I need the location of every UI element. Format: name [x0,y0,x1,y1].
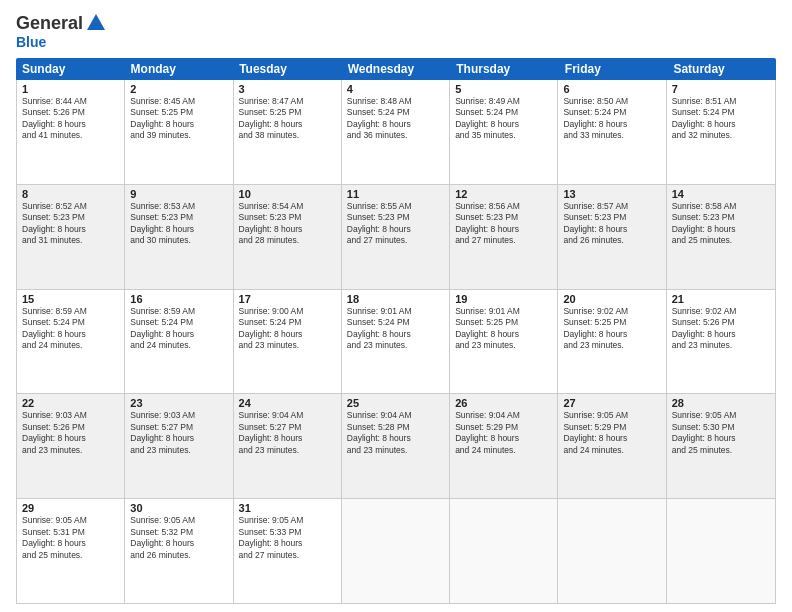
logo-text: General [16,12,107,34]
day-cell-16: 16Sunrise: 8:59 AM Sunset: 5:24 PM Dayli… [125,290,233,394]
day-cell-13: 13Sunrise: 8:57 AM Sunset: 5:23 PM Dayli… [558,185,666,289]
day-info: Sunrise: 8:57 AM Sunset: 5:23 PM Dayligh… [563,201,660,247]
logo: General Blue [16,12,107,50]
day-cell-29: 29Sunrise: 9:05 AM Sunset: 5:31 PM Dayli… [17,499,125,603]
day-cell-10: 10Sunrise: 8:54 AM Sunset: 5:23 PM Dayli… [234,185,342,289]
day-info: Sunrise: 9:04 AM Sunset: 5:28 PM Dayligh… [347,410,444,456]
day-cell-8: 8Sunrise: 8:52 AM Sunset: 5:23 PM Daylig… [17,185,125,289]
empty-cell-4-6 [667,499,775,603]
day-cell-28: 28Sunrise: 9:05 AM Sunset: 5:30 PM Dayli… [667,394,775,498]
calendar-row-4: 29Sunrise: 9:05 AM Sunset: 5:31 PM Dayli… [17,499,775,603]
day-cell-18: 18Sunrise: 9:01 AM Sunset: 5:24 PM Dayli… [342,290,450,394]
day-number: 1 [22,83,119,95]
day-number: 24 [239,397,336,409]
day-cell-19: 19Sunrise: 9:01 AM Sunset: 5:25 PM Dayli… [450,290,558,394]
header-day-tuesday: Tuesday [233,58,342,80]
calendar-row-2: 15Sunrise: 8:59 AM Sunset: 5:24 PM Dayli… [17,290,775,395]
page-header: General Blue [16,12,776,50]
day-cell-2: 2Sunrise: 8:45 AM Sunset: 5:25 PM Daylig… [125,80,233,184]
day-cell-31: 31Sunrise: 9:05 AM Sunset: 5:33 PM Dayli… [234,499,342,603]
day-info: Sunrise: 8:45 AM Sunset: 5:25 PM Dayligh… [130,96,227,142]
day-info: Sunrise: 8:48 AM Sunset: 5:24 PM Dayligh… [347,96,444,142]
day-info: Sunrise: 8:56 AM Sunset: 5:23 PM Dayligh… [455,201,552,247]
day-cell-25: 25Sunrise: 9:04 AM Sunset: 5:28 PM Dayli… [342,394,450,498]
day-info: Sunrise: 8:53 AM Sunset: 5:23 PM Dayligh… [130,201,227,247]
day-info: Sunrise: 8:55 AM Sunset: 5:23 PM Dayligh… [347,201,444,247]
day-number: 15 [22,293,119,305]
day-cell-9: 9Sunrise: 8:53 AM Sunset: 5:23 PM Daylig… [125,185,233,289]
day-cell-4: 4Sunrise: 8:48 AM Sunset: 5:24 PM Daylig… [342,80,450,184]
day-info: Sunrise: 8:58 AM Sunset: 5:23 PM Dayligh… [672,201,770,247]
day-info: Sunrise: 8:44 AM Sunset: 5:26 PM Dayligh… [22,96,119,142]
day-info: Sunrise: 9:02 AM Sunset: 5:26 PM Dayligh… [672,306,770,352]
day-info: Sunrise: 9:00 AM Sunset: 5:24 PM Dayligh… [239,306,336,352]
svg-marker-0 [87,14,105,30]
logo-general: General [16,13,83,34]
day-info: Sunrise: 8:50 AM Sunset: 5:24 PM Dayligh… [563,96,660,142]
day-number: 12 [455,188,552,200]
day-number: 20 [563,293,660,305]
calendar-row-0: 1Sunrise: 8:44 AM Sunset: 5:26 PM Daylig… [17,80,775,185]
day-cell-1: 1Sunrise: 8:44 AM Sunset: 5:26 PM Daylig… [17,80,125,184]
day-number: 28 [672,397,770,409]
calendar-row-3: 22Sunrise: 9:03 AM Sunset: 5:26 PM Dayli… [17,394,775,499]
day-info: Sunrise: 9:04 AM Sunset: 5:29 PM Dayligh… [455,410,552,456]
day-info: Sunrise: 9:05 AM Sunset: 5:30 PM Dayligh… [672,410,770,456]
header-day-monday: Monday [125,58,234,80]
day-cell-6: 6Sunrise: 8:50 AM Sunset: 5:24 PM Daylig… [558,80,666,184]
day-number: 2 [130,83,227,95]
day-cell-7: 7Sunrise: 8:51 AM Sunset: 5:24 PM Daylig… [667,80,775,184]
day-info: Sunrise: 9:02 AM Sunset: 5:25 PM Dayligh… [563,306,660,352]
empty-cell-4-3 [342,499,450,603]
header-day-wednesday: Wednesday [342,58,451,80]
day-number: 6 [563,83,660,95]
day-info: Sunrise: 8:59 AM Sunset: 5:24 PM Dayligh… [22,306,119,352]
day-info: Sunrise: 8:51 AM Sunset: 5:24 PM Dayligh… [672,96,770,142]
day-number: 16 [130,293,227,305]
empty-cell-4-4 [450,499,558,603]
header-day-saturday: Saturday [667,58,776,80]
day-number: 9 [130,188,227,200]
header-day-thursday: Thursday [450,58,559,80]
day-info: Sunrise: 8:54 AM Sunset: 5:23 PM Dayligh… [239,201,336,247]
day-number: 30 [130,502,227,514]
day-info: Sunrise: 8:47 AM Sunset: 5:25 PM Dayligh… [239,96,336,142]
calendar-header: SundayMondayTuesdayWednesdayThursdayFrid… [16,58,776,80]
day-cell-23: 23Sunrise: 9:03 AM Sunset: 5:27 PM Dayli… [125,394,233,498]
day-cell-22: 22Sunrise: 9:03 AM Sunset: 5:26 PM Dayli… [17,394,125,498]
day-cell-24: 24Sunrise: 9:04 AM Sunset: 5:27 PM Dayli… [234,394,342,498]
day-cell-11: 11Sunrise: 8:55 AM Sunset: 5:23 PM Dayli… [342,185,450,289]
day-number: 26 [455,397,552,409]
day-number: 29 [22,502,119,514]
day-cell-14: 14Sunrise: 8:58 AM Sunset: 5:23 PM Dayli… [667,185,775,289]
day-number: 10 [239,188,336,200]
day-number: 11 [347,188,444,200]
logo-icon [85,12,107,34]
day-number: 17 [239,293,336,305]
day-info: Sunrise: 9:01 AM Sunset: 5:25 PM Dayligh… [455,306,552,352]
day-cell-30: 30Sunrise: 9:05 AM Sunset: 5:32 PM Dayli… [125,499,233,603]
empty-cell-4-5 [558,499,666,603]
day-cell-26: 26Sunrise: 9:04 AM Sunset: 5:29 PM Dayli… [450,394,558,498]
day-info: Sunrise: 8:49 AM Sunset: 5:24 PM Dayligh… [455,96,552,142]
header-day-sunday: Sunday [16,58,125,80]
day-number: 4 [347,83,444,95]
day-info: Sunrise: 9:04 AM Sunset: 5:27 PM Dayligh… [239,410,336,456]
calendar-body: 1Sunrise: 8:44 AM Sunset: 5:26 PM Daylig… [16,80,776,604]
day-info: Sunrise: 9:05 AM Sunset: 5:33 PM Dayligh… [239,515,336,561]
day-number: 18 [347,293,444,305]
day-cell-17: 17Sunrise: 9:00 AM Sunset: 5:24 PM Dayli… [234,290,342,394]
day-number: 7 [672,83,770,95]
day-info: Sunrise: 8:59 AM Sunset: 5:24 PM Dayligh… [130,306,227,352]
day-number: 23 [130,397,227,409]
day-cell-20: 20Sunrise: 9:02 AM Sunset: 5:25 PM Dayli… [558,290,666,394]
day-cell-12: 12Sunrise: 8:56 AM Sunset: 5:23 PM Dayli… [450,185,558,289]
day-number: 27 [563,397,660,409]
day-number: 21 [672,293,770,305]
day-number: 8 [22,188,119,200]
day-number: 5 [455,83,552,95]
day-number: 19 [455,293,552,305]
calendar: SundayMondayTuesdayWednesdayThursdayFrid… [16,58,776,604]
day-info: Sunrise: 9:03 AM Sunset: 5:26 PM Dayligh… [22,410,119,456]
day-info: Sunrise: 9:01 AM Sunset: 5:24 PM Dayligh… [347,306,444,352]
